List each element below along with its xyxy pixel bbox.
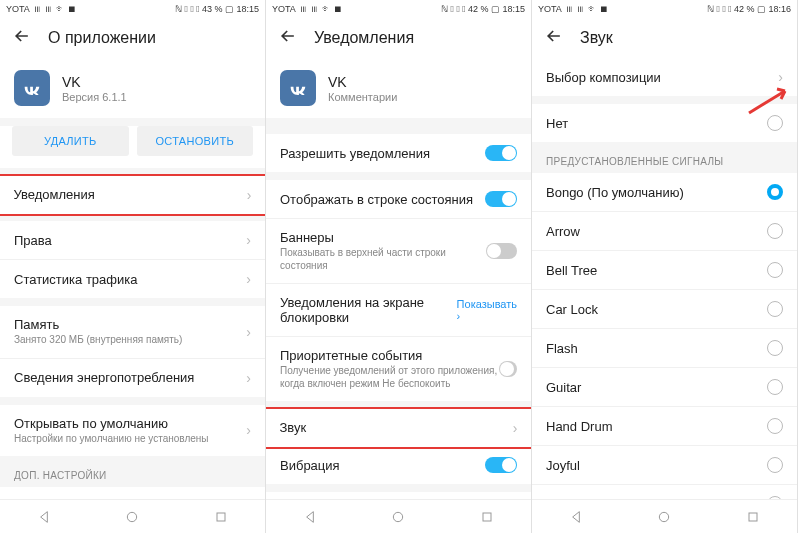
row-badges[interactable]: Метки на значках приложений bbox=[266, 492, 531, 499]
app-header: VK Комментарии bbox=[266, 58, 531, 118]
row-sound-option[interactable]: Bongo (По умолчанию) bbox=[532, 173, 797, 212]
section-extra: ДОП. НАСТРОЙКИ bbox=[0, 456, 265, 487]
status-bar: YOTA⫴ ⫴ ᯤ ⏹ ℕ ⃟ ⃰ ⫴ 42 % ▢ 18:16 bbox=[532, 0, 797, 18]
nav-recent-icon[interactable] bbox=[744, 508, 762, 526]
row-sound-option[interactable]: Hand Drum bbox=[532, 407, 797, 446]
svg-point-4 bbox=[660, 512, 669, 521]
row-sound-option[interactable]: Flash bbox=[532, 329, 797, 368]
row-memory[interactable]: ПамятьЗанято 320 МБ (внутренняя память) … bbox=[0, 306, 265, 359]
radio-option[interactable] bbox=[767, 496, 783, 499]
svg-point-2 bbox=[394, 512, 403, 521]
header: Уведомления bbox=[266, 18, 531, 58]
row-vibration[interactable]: Вибрация bbox=[266, 446, 531, 484]
row-priority[interactable]: Приоритетные событияПолучение уведомлени… bbox=[266, 337, 531, 401]
app-version: Версия 6.1.1 bbox=[62, 91, 127, 103]
row-sound-option[interactable]: Arrow bbox=[532, 212, 797, 251]
radio-option[interactable] bbox=[767, 184, 783, 200]
radio-option[interactable] bbox=[767, 223, 783, 239]
toggle-priority[interactable] bbox=[499, 361, 517, 377]
row-sound-option[interactable]: Bell Tree bbox=[532, 251, 797, 290]
chevron-right-icon: › bbox=[247, 187, 252, 203]
toggle-statusbar[interactable] bbox=[485, 191, 517, 207]
row-traffic[interactable]: Статистика трафика › bbox=[0, 260, 265, 298]
nav-bar bbox=[532, 499, 797, 533]
stop-button[interactable]: ОСТАНОВИТЬ bbox=[137, 126, 254, 156]
app-name: VK bbox=[62, 74, 127, 90]
section-presets: ПРЕДУСТАНОВЛЕННЫЕ СИГНАЛЫ bbox=[532, 142, 797, 173]
nav-bar bbox=[0, 499, 265, 533]
chevron-right-icon: › bbox=[246, 232, 251, 248]
row-sound-option[interactable]: Car Lock bbox=[532, 290, 797, 329]
app-name: VK bbox=[328, 74, 397, 90]
row-energy[interactable]: Сведения энергопотребления › bbox=[0, 359, 265, 397]
screen-app-info: YOTA⫴ ⫴ ᯤ ⏹ ℕ ⃟ ⃰ ⫴ 43 % ▢ 18:15 О прило… bbox=[0, 0, 266, 533]
chevron-right-icon: › bbox=[246, 422, 251, 438]
row-open-default[interactable]: Открывать по умолчаниюНастройки по умолч… bbox=[0, 405, 265, 457]
row-statusbar-show[interactable]: Отображать в строке состояния bbox=[266, 180, 531, 219]
chevron-right-icon: › bbox=[246, 271, 251, 287]
row-banners[interactable]: БаннерыПоказывать в верхней части строки… bbox=[266, 219, 531, 284]
status-bar: YOTA⫴ ⫴ ᯤ ⏹ ℕ ⃟ ⃰ ⫴ 42 % ▢ 18:15 bbox=[266, 0, 531, 18]
row-none[interactable]: Нет bbox=[532, 104, 797, 142]
nav-home-icon[interactable] bbox=[123, 508, 141, 526]
vk-app-icon bbox=[280, 70, 316, 106]
row-sound-option[interactable]: Microwave Oven bbox=[532, 485, 797, 499]
page-title: Звук bbox=[580, 29, 613, 47]
delete-button[interactable]: УДАЛИТЬ bbox=[12, 126, 129, 156]
row-lockscreen[interactable]: Уведомления на экране блокировки Показыв… bbox=[266, 284, 531, 337]
radio-option[interactable] bbox=[767, 418, 783, 434]
page-title: Уведомления bbox=[314, 29, 414, 47]
nav-back-icon[interactable] bbox=[567, 508, 585, 526]
status-bar: YOTA⫴ ⫴ ᯤ ⏹ ℕ ⃟ ⃰ ⫴ 43 % ▢ 18:15 bbox=[0, 0, 265, 18]
radio-option[interactable] bbox=[767, 262, 783, 278]
screen-sound: YOTA⫴ ⫴ ᯤ ⏹ ℕ ⃟ ⃰ ⫴ 42 % ▢ 18:16 Звук Вы… bbox=[532, 0, 798, 533]
page-title: О приложении bbox=[48, 29, 156, 47]
vk-app-icon bbox=[14, 70, 50, 106]
app-header: VK Версия 6.1.1 bbox=[0, 58, 265, 118]
svg-rect-3 bbox=[483, 513, 491, 521]
radio-option[interactable] bbox=[767, 301, 783, 317]
svg-point-0 bbox=[128, 512, 137, 521]
toggle-banners[interactable] bbox=[486, 243, 517, 259]
app-sub: Комментарии bbox=[328, 91, 397, 103]
svg-rect-5 bbox=[749, 513, 757, 521]
toggle-vibration[interactable] bbox=[485, 457, 517, 473]
row-choose-composition[interactable]: Выбор композиции › bbox=[532, 58, 797, 96]
back-icon[interactable] bbox=[12, 26, 32, 50]
row-sound-option[interactable]: Guitar bbox=[532, 368, 797, 407]
chevron-right-icon: › bbox=[778, 69, 783, 85]
nav-bar bbox=[266, 499, 531, 533]
nav-home-icon[interactable] bbox=[389, 508, 407, 526]
row-sound[interactable]: Звук › bbox=[266, 407, 531, 449]
row-overlay[interactable]: Отображение поверх других приложенийДа › bbox=[0, 487, 265, 499]
back-icon[interactable] bbox=[278, 26, 298, 50]
screen-notifications: YOTA⫴ ⫴ ᯤ ⏹ ℕ ⃟ ⃰ ⫴ 42 % ▢ 18:15 Уведомл… bbox=[266, 0, 532, 533]
radio-none[interactable] bbox=[767, 115, 783, 131]
row-notifications[interactable]: Уведомления › bbox=[0, 174, 265, 216]
chevron-right-icon: › bbox=[513, 420, 518, 436]
chevron-right-icon: › bbox=[246, 324, 251, 340]
row-sound-option[interactable]: Joyful bbox=[532, 446, 797, 485]
lockscreen-link[interactable]: Показывать › bbox=[457, 298, 517, 322]
row-allow-notifications[interactable]: Разрешить уведомления bbox=[266, 134, 531, 172]
nav-recent-icon[interactable] bbox=[478, 508, 496, 526]
radio-option[interactable] bbox=[767, 457, 783, 473]
radio-option[interactable] bbox=[767, 340, 783, 356]
row-rights[interactable]: Права › bbox=[0, 221, 265, 260]
back-icon[interactable] bbox=[544, 26, 564, 50]
nav-home-icon[interactable] bbox=[655, 508, 673, 526]
chevron-right-icon: › bbox=[246, 370, 251, 386]
nav-back-icon[interactable] bbox=[301, 508, 319, 526]
nav-recent-icon[interactable] bbox=[212, 508, 230, 526]
header: Звук bbox=[532, 18, 797, 58]
header: О приложении bbox=[0, 18, 265, 58]
radio-option[interactable] bbox=[767, 379, 783, 395]
svg-rect-1 bbox=[217, 513, 225, 521]
nav-back-icon[interactable] bbox=[35, 508, 53, 526]
toggle-allow[interactable] bbox=[485, 145, 517, 161]
